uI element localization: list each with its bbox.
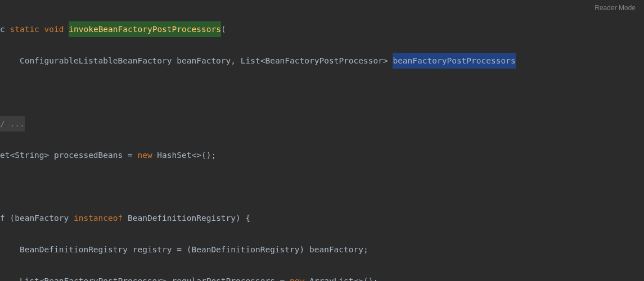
code-line-1: c static void invokeBeanFactoryPostProce… [0, 21, 644, 37]
reader-mode-label[interactable]: Reader Mode [595, 0, 636, 16]
keyword-static: static [10, 21, 39, 37]
keyword-new: new [290, 273, 304, 281]
code-line-3 [0, 84, 644, 100]
code-line-5: et<String> processedBeans = new HashSet<… [0, 147, 644, 163]
code-line-9: List<BeanFactoryPostProcessor> regularPo… [0, 273, 644, 281]
code-line-8: BeanDefinitionRegistry registry = (BeanD… [0, 242, 644, 257]
code-editor[interactable]: c static void invokeBeanFactoryPostProce… [0, 0, 644, 281]
keyword-void: void [44, 21, 64, 37]
code-line-6 [0, 179, 644, 194]
keyword-new: new [137, 147, 152, 163]
code-line-7: f (beanFactory instanceof BeanDefinition… [0, 210, 644, 226]
code-line-4: / ... [0, 116, 644, 132]
comment: / ... [0, 116, 25, 132]
keyword-instanceof: instanceof [74, 210, 123, 226]
method-name-highlight: invokeBeanFactoryPostProcessors [69, 21, 221, 37]
param-highlight-blue: beanFactoryPostProcessors [393, 53, 515, 69]
code-line-2: ConfigurableListableBeanFactory beanFact… [0, 53, 644, 69]
